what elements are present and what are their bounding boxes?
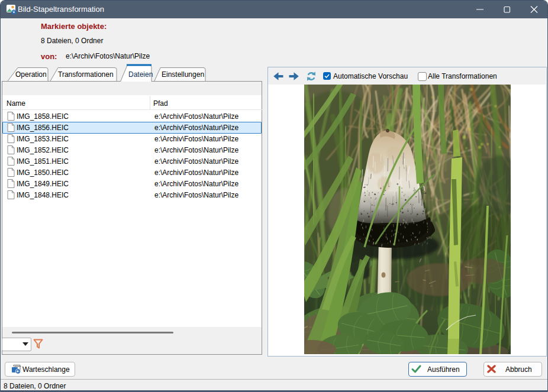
svg-text:Dateien: Dateien [128, 70, 153, 79]
svg-text:Transformationen: Transformationen [58, 70, 114, 79]
svg-text:Operation: Operation [15, 70, 47, 79]
svg-text:Einstellungen: Einstellungen [162, 70, 204, 79]
